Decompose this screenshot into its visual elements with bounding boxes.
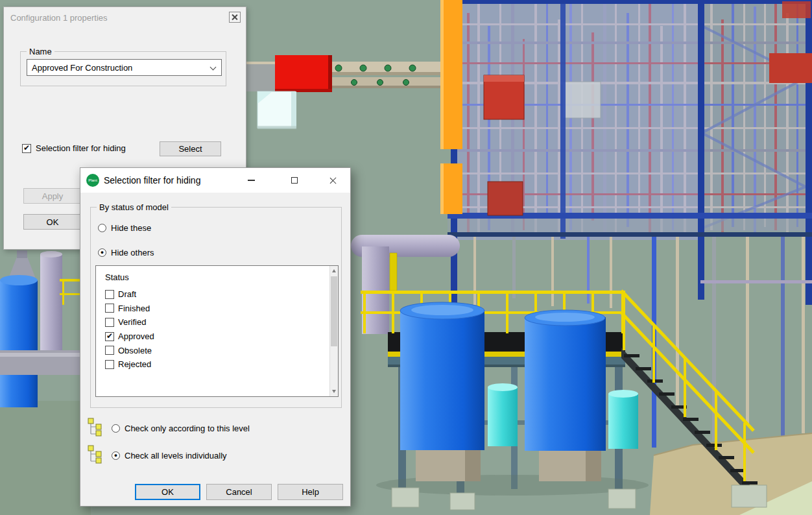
status-list: Status Draft Finished Verified ✔ Approve… — [95, 265, 339, 397]
check-this-level-row: Check only according to this level — [112, 424, 250, 433]
configuration-name-combobox[interactable]: Approved For Construction — [27, 59, 222, 76]
check-icon: ✔ — [23, 144, 30, 152]
apply-button[interactable]: Apply — [23, 188, 82, 204]
status-item-approved[interactable]: ✔ Approved — [105, 329, 154, 344]
hide-these-label[interactable]: Hide these — [111, 223, 151, 233]
level-hierarchy-icon — [87, 444, 104, 464]
configuration-name-value: Approved For Construction — [32, 63, 132, 73]
hiding-filter-row: ✔ Selection filter for hiding — [22, 143, 126, 153]
hide-these-row: Hide these — [98, 223, 151, 233]
filter-close-button[interactable] — [322, 168, 345, 193]
chevron-down-icon — [210, 64, 217, 71]
status-group-label: By status of model — [97, 202, 171, 212]
close-icon — [329, 176, 337, 184]
maximize-button[interactable] — [284, 168, 305, 193]
checkbox[interactable] — [105, 360, 114, 369]
config-ok-button[interactable]: OK — [23, 214, 82, 230]
check-all-levels-radio[interactable]: ● — [112, 451, 120, 460]
hide-these-radio[interactable] — [98, 224, 106, 232]
scroll-down-icon[interactable] — [332, 390, 336, 393]
scrollbar-thumb[interactable] — [331, 276, 337, 346]
minimize-icon — [248, 180, 255, 181]
hide-others-radio[interactable]: ● — [98, 248, 106, 257]
status-item-finished[interactable]: Finished — [105, 302, 154, 316]
filter-dialog-title: Selection filter for hiding — [104, 175, 200, 186]
check-this-level-radio[interactable] — [112, 424, 120, 433]
filter-dialog-titlebar[interactable]: Plant Selection filter for hiding — [80, 168, 350, 193]
minimize-button[interactable] — [241, 168, 261, 193]
scrollbar[interactable] — [329, 266, 338, 396]
help-button[interactable]: Help — [278, 484, 343, 500]
name-group-label: Name — [27, 47, 54, 56]
filter-ok-button[interactable]: OK — [135, 484, 200, 500]
config-dialog-title: Configuration 1 properties — [10, 13, 108, 23]
app-icon: Plant — [86, 174, 99, 187]
hide-others-row: ● Hide others — [98, 248, 154, 258]
selection-filter-dialog: Plant Selection filter for hiding By sta… — [80, 167, 351, 507]
checkbox[interactable] — [105, 304, 114, 313]
scroll-up-icon[interactable] — [332, 269, 336, 272]
checkbox[interactable] — [105, 290, 114, 299]
hiding-filter-checkbox[interactable]: ✔ — [22, 144, 31, 153]
status-item-verified[interactable]: Verified — [105, 315, 154, 329]
checkbox[interactable] — [105, 346, 114, 355]
cancel-button[interactable]: Cancel — [206, 484, 272, 500]
status-list-header: Status — [105, 272, 129, 282]
status-item-obsolete[interactable]: Obsolete — [105, 343, 154, 357]
checkbox[interactable]: ✔ — [105, 332, 114, 341]
check-this-level-label[interactable]: Check only according to this level — [125, 424, 250, 433]
level-hierarchy-icon — [87, 417, 104, 437]
check-all-levels-label[interactable]: Check all levels individually — [125, 451, 227, 461]
status-item-rejected[interactable]: Rejected — [105, 357, 154, 372]
check-all-levels-row: ● Check all levels individually — [112, 451, 227, 461]
hide-others-label[interactable]: Hide others — [111, 248, 154, 258]
hiding-filter-label[interactable]: Selection filter for hiding — [36, 143, 126, 153]
select-button[interactable]: Select — [160, 141, 221, 156]
status-item-draft[interactable]: Draft — [105, 287, 154, 302]
close-icon — [232, 14, 238, 21]
maximize-icon — [291, 177, 298, 184]
config-dialog-titlebar[interactable]: Configuration 1 properties — [4, 7, 246, 28]
checkbox[interactable] — [105, 318, 114, 327]
config-close-button[interactable] — [229, 12, 241, 23]
